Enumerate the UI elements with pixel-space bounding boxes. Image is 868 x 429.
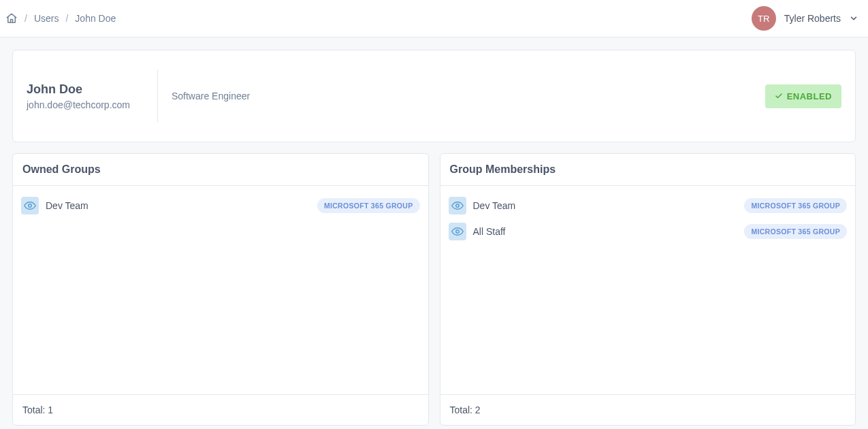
profile-email: john.doe@techcorp.com (27, 99, 130, 110)
list-item[interactable]: Dev Team MICROSOFT 365 GROUP (449, 194, 848, 217)
divider (157, 69, 158, 123)
panel-title: Group Memberships (440, 154, 856, 186)
eye-icon (449, 223, 466, 240)
breadcrumb-separator: / (65, 13, 68, 24)
group-name: All Staff (473, 226, 738, 237)
group-type-badge: MICROSOFT 365 GROUP (317, 198, 420, 213)
breadcrumb: / Users / John Doe (5, 12, 116, 25)
breadcrumb-current: John Doe (75, 13, 116, 24)
group-type-badge: MICROSOFT 365 GROUP (744, 198, 847, 213)
eye-icon (449, 197, 466, 214)
breadcrumb-users-link[interactable]: Users (34, 13, 59, 24)
svg-point-2 (455, 230, 459, 234)
panel-footer: Total: 1 (13, 394, 428, 425)
panel-footer: Total: 2 (440, 394, 856, 425)
group-type-badge: MICROSOFT 365 GROUP (744, 224, 847, 239)
group-name: Dev Team (473, 200, 738, 211)
home-icon[interactable] (5, 12, 18, 25)
content-area: John Doe john.doe@techcorp.com Software … (0, 37, 868, 429)
avatar: TR (752, 6, 776, 31)
list-item[interactable]: All Staff MICROSOFT 365 GROUP (449, 220, 848, 243)
chevron-down-icon (849, 14, 858, 23)
panel-title: Owned Groups (13, 154, 428, 186)
profile-name: John Doe (27, 82, 130, 97)
eye-icon (21, 197, 39, 214)
profile-identity: John Doe john.doe@techcorp.com (27, 82, 157, 110)
breadcrumb-separator: / (25, 13, 27, 24)
check-icon (775, 92, 783, 100)
status-text: ENABLED (787, 91, 832, 101)
owned-groups-panel: Owned Groups Dev Team MICROSOFT 365 GROU… (12, 153, 429, 426)
svg-point-0 (29, 204, 32, 208)
panels-row: Owned Groups Dev Team MICROSOFT 365 GROU… (12, 153, 856, 426)
profile-role: Software Engineer (172, 91, 765, 101)
group-name: Dev Team (46, 200, 310, 211)
profile-card: John Doe john.doe@techcorp.com Software … (12, 50, 856, 142)
status-badge: ENABLED (765, 84, 841, 108)
memberships-panel: Group Memberships Dev Team MICROSOFT 365… (440, 153, 856, 426)
list-item[interactable]: Dev Team MICROSOFT 365 GROUP (21, 194, 420, 217)
owned-groups-body: Dev Team MICROSOFT 365 GROUP (13, 186, 428, 394)
topbar: / Users / John Doe TR Tyler Roberts (0, 0, 868, 37)
memberships-body: Dev Team MICROSOFT 365 GROUP All Staff M… (440, 186, 856, 394)
current-user-name: Tyler Roberts (784, 13, 841, 24)
svg-point-1 (455, 204, 459, 208)
user-menu[interactable]: TR Tyler Roberts (752, 6, 858, 31)
